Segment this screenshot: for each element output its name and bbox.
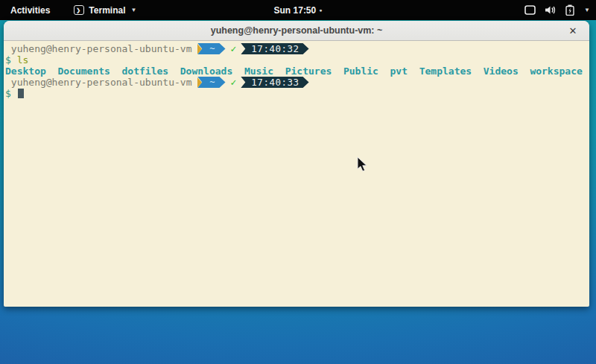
prompt-time-badge: 17:40:33 (241, 77, 308, 88)
directory-name: Templates (419, 66, 472, 77)
terminal-content[interactable]: yuheng@henry-personal-ubuntu-vm ~ ✓ 17:4… (4, 41, 589, 306)
window-titlebar[interactable]: yuheng@henry-personal-ubuntu-vm: ~ ✕ (4, 21, 589, 41)
terminal-window: yuheng@henry-personal-ubuntu-vm: ~ ✕ yuh… (4, 21, 589, 307)
volume-icon (545, 5, 557, 15)
prompt-time-badge: 17:40:32 (241, 43, 308, 54)
ls-output-line: Desktop Documents dotfiles Downloads Mus… (5, 66, 588, 77)
top-bar: Activities ❯ Terminal ▼ Sun 17:50 ● (0, 0, 596, 20)
battery-charging-icon (565, 4, 574, 16)
directory-name: Videos (484, 66, 519, 77)
text-cursor-block (18, 89, 24, 98)
prompt-user-host: yuheng@henry-personal-ubuntu-vm (5, 43, 197, 54)
close-icon[interactable]: ✕ (564, 21, 582, 41)
status-check-icon: ✓ (231, 77, 237, 88)
chevron-down-icon: ▼ (130, 7, 136, 13)
input-line[interactable]: $ (5, 88, 588, 99)
directory-name: Public (343, 66, 378, 77)
typed-command: ls (17, 54, 29, 66)
display-icon (524, 5, 536, 15)
directory-name: Desktop (5, 66, 46, 77)
directory-name: Documents (57, 66, 110, 77)
status-check-icon: ✓ (231, 43, 237, 54)
directory-name: workspace (530, 66, 582, 77)
directory-name: Music (244, 66, 273, 77)
directory-name: Downloads (180, 66, 232, 77)
directory-name: dotfiles (122, 66, 169, 77)
prompt-symbol: $ (5, 54, 17, 66)
desktop: Activities ❯ Terminal ▼ Sun 17:50 ● (0, 0, 596, 364)
chevron-down-icon: ▼ (584, 7, 590, 13)
activities-button[interactable]: Activities (7, 4, 53, 17)
prompt-line: yuheng@henry-personal-ubuntu-vm ~ ✓ 17:4… (5, 77, 588, 88)
command-line: $ ls (5, 54, 588, 66)
directory-name: pvt (390, 66, 408, 77)
directory-name: Pictures (285, 66, 332, 77)
app-menu-terminal[interactable]: ❯ Terminal ▼ (74, 5, 136, 16)
app-menu-label: Terminal (89, 5, 125, 16)
prompt-user-host: yuheng@henry-personal-ubuntu-vm (5, 77, 197, 88)
prompt-line: yuheng@henry-personal-ubuntu-vm ~ ✓ 17:4… (5, 43, 588, 54)
system-tray[interactable]: ▼ (524, 0, 590, 20)
clock[interactable]: Sun 17:50 (274, 5, 317, 16)
window-title: yuheng@henry-personal-ubuntu-vm: ~ (211, 25, 383, 36)
terminal-icon: ❯ (74, 5, 84, 15)
notification-dot-icon: ● (319, 7, 322, 13)
prompt-symbol: $ (5, 88, 17, 99)
